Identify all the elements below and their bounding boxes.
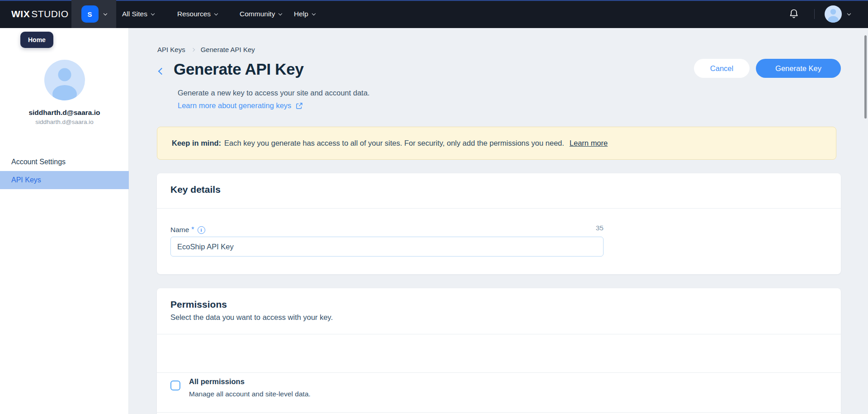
breadcrumb-generate-api-key: Generate API Key [201,46,255,53]
topbar-divider [814,9,815,19]
learn-more-link[interactable]: Learn more about generating keys [178,101,303,110]
page-title: Generate API Key [174,60,304,78]
chevron-down-icon[interactable] [103,11,107,15]
wix-studio-logo[interactable]: WIX STUDIO [11,0,69,28]
profile-email: siddharth.d@saara.io [0,119,129,125]
back-chevron-icon[interactable] [158,68,165,75]
vertical-scrollbar-thumb[interactable] [864,35,867,119]
notifications-bell-icon[interactable] [788,8,800,20]
banner-learn-more-link[interactable]: Learn more [570,139,608,148]
sidebar: Home siddharth.d@saara.io siddharth.d@sa… [0,28,129,414]
key-details-card: Key details Name * i 35 [157,173,841,274]
site-initial-badge[interactable]: S [81,5,99,23]
nav-all-sites[interactable]: All Sites [122,0,154,28]
site-switcher[interactable]: S [71,0,116,28]
nav-label: All Sites [122,10,147,18]
card-divider [157,334,841,334]
card-divider [157,412,841,413]
chevron-down-icon [151,11,155,15]
nav-label: Community [240,10,275,18]
permissions-subtitle: Select the data you want to access with … [157,310,841,322]
account-avatar[interactable] [825,5,842,23]
person-icon [44,60,85,100]
logo-secondary: STUDIO [31,9,68,19]
char-counter: 35 [555,224,604,232]
api-key-name-input[interactable] [170,237,604,257]
top-bar: WIX STUDIO S All Sites Resources Communi… [0,0,868,28]
home-tooltip[interactable]: Home [20,32,53,48]
generate-key-button[interactable]: Generate Key [756,59,841,78]
name-field-label: Name * i [170,226,205,234]
person-icon [825,5,842,23]
external-link-icon [296,102,303,109]
nav-label: Resources [177,10,211,18]
chevron-down-icon [312,11,316,15]
chevron-down-icon [214,11,218,15]
sidebar-menu: Account Settings API Keys [0,153,129,189]
keep-in-mind-banner: Keep in mind: Each key you generate has … [157,127,836,160]
banner-text: Each key you generate has access to all … [224,139,564,148]
chevron-right-icon [191,48,194,52]
nav-resources[interactable]: Resources [177,0,217,28]
chevron-down-icon [278,11,282,15]
permission-description: Manage all account and site-level data. [189,390,311,398]
sidebar-item-api-keys[interactable]: API Keys [0,171,129,189]
breadcrumb: API Keys Generate API Key [157,46,255,53]
banner-bold-text: Keep in mind: [172,139,221,148]
learn-more-label: Learn more about generating keys [178,101,291,110]
sidebar-item-account-settings[interactable]: Account Settings [0,153,129,171]
nav-label: Help [294,10,308,18]
cancel-button[interactable]: Cancel [694,59,750,78]
logo-primary: WIX [11,9,30,19]
required-asterisk: * [191,226,194,234]
permissions-heading: Permissions [157,288,841,310]
account-menu-chevron-icon[interactable] [847,12,851,15]
nav-community[interactable]: Community [240,0,282,28]
card-divider [157,372,841,373]
permissions-card: Permissions Select the data you want to … [157,288,841,414]
page-subtitle: Generate a new key to access your site a… [178,89,370,97]
card-divider [157,208,841,209]
nav-help[interactable]: Help [294,0,315,28]
key-details-heading: Key details [157,173,841,195]
breadcrumb-api-keys[interactable]: API Keys [157,46,185,53]
profile-name: siddharth.d@saara.io [0,109,129,117]
permission-title: All permissions [189,377,245,386]
profile-avatar [44,60,85,100]
all-permissions-checkbox[interactable] [170,381,180,390]
info-icon[interactable]: i [198,226,205,234]
name-label-text: Name [170,226,189,234]
